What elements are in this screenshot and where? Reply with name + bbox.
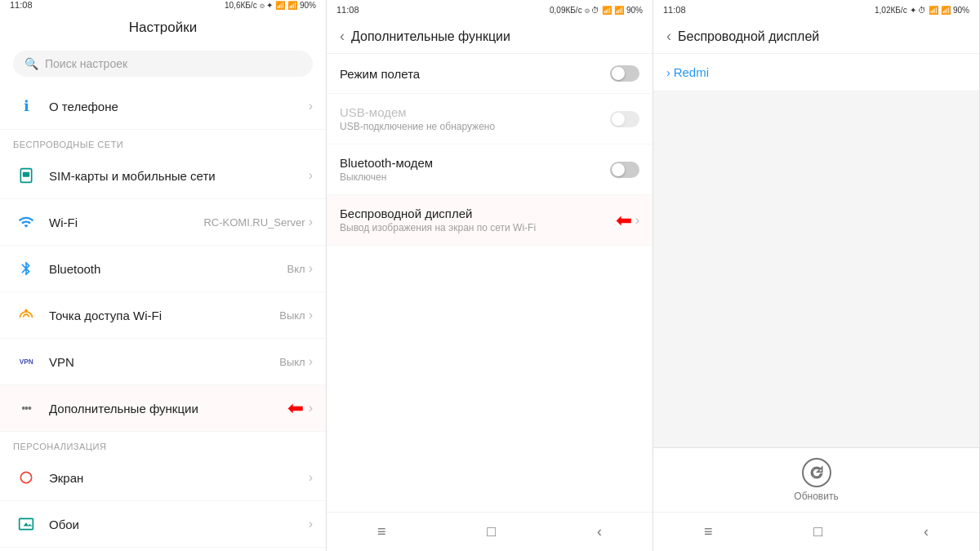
vpn-icon: VPN [13, 349, 39, 375]
status-icons-1: ⌾ ✦ 📶 📶 [260, 1, 297, 10]
wireless-content [653, 91, 979, 447]
status-battery-3: 90% [953, 6, 969, 15]
wireless-title: Беспроводной дисплей [340, 207, 536, 220]
more-label: Дополнительные функции [49, 402, 287, 415]
about-label: О телефоне [49, 100, 309, 113]
vpn-arrow: › [309, 354, 313, 369]
bottom-nav-2: ≡ □ ‹ [327, 512, 653, 551]
panel2-item-btmodem[interactable]: Bluetooth-модем Выключен [327, 144, 653, 195]
hotspot-icon [13, 302, 39, 328]
nav-back-2[interactable]: ‹ [581, 517, 618, 547]
usb-toggle [610, 111, 639, 127]
redmi-link[interactable]: › Redmi [653, 54, 979, 91]
screen-icon [13, 464, 39, 491]
settings-item-vpn[interactable]: VPN VPN Выкл › [0, 339, 326, 385]
status-bar-1: 11:08 10,6КБ/с ⌾ ✦ 📶 📶 90% [0, 0, 326, 10]
airplane-toggle[interactable] [610, 65, 639, 82]
panel-settings: 11:08 10,6КБ/с ⌾ ✦ 📶 📶 90% Настройки 🔍 П… [0, 0, 327, 551]
wireless-arrow-row: ⬅ › [616, 209, 639, 232]
wireless-sub: Вывод изображения на экран по сети Wi-Fi [340, 222, 536, 233]
wireless-title: Беспроводной дисплей [678, 29, 819, 44]
status-icons-2: ⌾ ⏱ 📶 📶 [585, 6, 624, 15]
panel2-item-airplane[interactable]: Режим полета [327, 54, 653, 94]
btmodem-toggle[interactable] [610, 162, 639, 178]
search-icon: 🔍 [24, 57, 38, 70]
usb-sub: USB-подключение не обнаружено [340, 121, 495, 132]
settings-item-hotspot[interactable]: Точка доступа Wi-Fi Выкл › [0, 292, 326, 339]
panel2-item-usb: USB-модем USB-подключение не обнаружено [327, 94, 653, 144]
settings-item-about[interactable]: ℹ О телефоне › [0, 83, 326, 130]
sim-label: SIM-карты и мобильные сети [49, 169, 309, 183]
status-right-2: 0,09КБ/с ⌾ ⏱ 📶 📶 90% [550, 6, 643, 15]
panel2-item-wireless[interactable]: Беспроводной дисплей Вывод изображения н… [327, 195, 653, 246]
wifi-label: Wi-Fi [49, 216, 203, 229]
additional-header: ‹ Дополнительные функции [327, 20, 653, 54]
screen-arrow: › [309, 470, 313, 485]
bluetooth-arrow: › [309, 261, 313, 276]
back-arrow-2[interactable]: ‹ [340, 28, 345, 45]
status-bar-3: 11:08 1,02КБ/с ✦ ⏱ 📶 📶 90% [653, 0, 979, 20]
hotspot-label: Точка доступа Wi-Fi [49, 309, 279, 322]
svg-point-4 [20, 472, 31, 482]
vpn-value: Выкл [279, 356, 305, 368]
status-speed-2: 0,09КБ/с [550, 6, 582, 15]
search-box[interactable]: 🔍 Поиск настроек [13, 51, 313, 77]
settings-item-sim[interactable]: SIM-карты и мобильные сети › [0, 153, 326, 199]
bottom-nav-3: ≡ □ ‹ [653, 512, 979, 551]
airplane-title: Режим полета [340, 67, 420, 81]
status-time-2: 11:08 [336, 5, 359, 15]
refresh-icon[interactable] [802, 458, 831, 487]
wifi-icon [13, 209, 39, 235]
nav-home-3[interactable]: □ [797, 517, 839, 547]
settings-item-wallpaper[interactable]: Обои › [0, 501, 326, 548]
sim-icon [13, 162, 39, 189]
status-icons-3: ✦ ⏱ 📶 📶 [910, 6, 951, 15]
status-speed-1: 10,6КБ/с [225, 1, 257, 10]
settings-item-bluetooth[interactable]: Bluetooth Вкл › [0, 246, 326, 292]
bluetooth-value: Вкл [287, 263, 305, 275]
wallpaper-arrow: › [309, 517, 313, 531]
settings-item-themes[interactable]: Темы › [0, 548, 326, 551]
status-right-3: 1,02КБ/с ✦ ⏱ 📶 📶 90% [875, 6, 969, 15]
bluetooth-icon [13, 256, 39, 282]
nav-menu-2[interactable]: ≡ [361, 517, 403, 547]
svg-text:VPN: VPN [20, 358, 33, 366]
wireless-arrow: › [635, 213, 639, 228]
status-right-1: 10,6КБ/с ⌾ ✦ 📶 📶 90% [225, 1, 316, 10]
status-time-1: 11:08 [10, 0, 33, 10]
wifi-value: RC-KOMI.RU_Server [203, 216, 305, 229]
hotspot-value: Выкл [279, 309, 305, 322]
additional-title: Дополнительные функции [351, 29, 510, 44]
nav-menu-3[interactable]: ≡ [688, 517, 729, 547]
btmodem-title: Bluetooth-модем [340, 156, 433, 170]
screen-label: Экран [49, 471, 309, 485]
red-arrow-wireless: ⬅ [616, 209, 632, 232]
usb-title: USB-модем [340, 105, 495, 119]
panel-additional: 11:08 0,09КБ/с ⌾ ⏱ 📶 📶 90% ‹ Дополнитель… [327, 0, 653, 551]
wifi-arrow: › [309, 215, 313, 229]
red-arrow-more: ⬅ [287, 397, 304, 420]
section-personal: ПЕРСОНАЛИЗАЦИЯ [0, 432, 326, 455]
status-speed-3: 1,02КБ/с [875, 6, 907, 15]
settings-item-more[interactable]: ••• Дополнительные функции ⬅ › [0, 385, 326, 432]
redmi-chevron: › [666, 66, 670, 79]
settings-item-wifi[interactable]: Wi-Fi RC-KOMI.RU_Server › [0, 199, 326, 246]
status-battery-1: 90% [300, 1, 316, 10]
section-wireless: БЕСПРОВОДНЫЕ СЕТИ [0, 130, 326, 153]
refresh-area[interactable]: Обновить [653, 447, 979, 512]
wireless-header: ‹ Беспроводной дисплей [653, 20, 979, 54]
btmodem-sub: Выключен [340, 171, 433, 183]
more-icon: ••• [13, 395, 39, 421]
settings-title: Настройки [0, 10, 326, 44]
status-bar-2: 11:08 0,09КБ/с ⌾ ⏱ 📶 📶 90% [327, 0, 653, 20]
bluetooth-label: Bluetooth [49, 262, 287, 276]
nav-home-2[interactable]: □ [470, 517, 512, 547]
panel-wireless-display: 11:08 1,02КБ/с ✦ ⏱ 📶 📶 90% ‹ Беспроводно… [653, 0, 980, 551]
vpn-label: VPN [49, 355, 279, 369]
nav-back-3[interactable]: ‹ [907, 517, 945, 547]
hotspot-arrow: › [309, 308, 313, 322]
refresh-label: Обновить [794, 491, 838, 502]
back-arrow-3[interactable]: ‹ [666, 28, 671, 45]
search-placeholder: Поиск настроек [45, 57, 127, 70]
settings-item-screen[interactable]: Экран › [0, 455, 326, 501]
